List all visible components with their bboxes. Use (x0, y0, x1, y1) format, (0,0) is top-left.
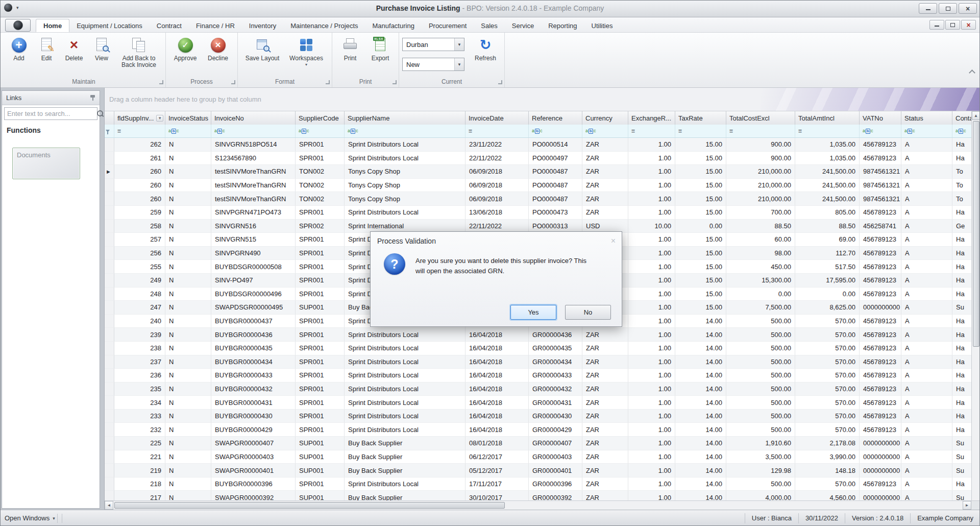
pin-icon[interactable] (90, 94, 95, 101)
grid-row-261[interactable]: 261NS1234567890SPR001Sprint Distributors… (105, 152, 972, 165)
maintain-dialog-launcher-icon[interactable] (159, 80, 163, 84)
column-header-suppliercode[interactable]: SupplierCode (296, 111, 345, 125)
scroll-left-arrow-icon[interactable]: ◄ (105, 501, 113, 510)
column-header-status[interactable]: Status (901, 111, 952, 125)
column-header-taxrate[interactable]: TaxRate (675, 111, 726, 125)
column-header-fldsuppinv[interactable]: fldSuppInv...▼ (114, 111, 165, 125)
tab-procurement[interactable]: Procurement (422, 19, 474, 32)
column-header-reference[interactable]: Reference (529, 111, 582, 125)
tab-equipment-locations[interactable]: Equipment / Locations (69, 19, 150, 32)
dialog-close-icon[interactable]: × (611, 236, 616, 246)
column-header-exchangerate[interactable]: ExchangeR... (628, 111, 675, 125)
open-windows-button[interactable]: Open Windows ▾ (0, 514, 55, 522)
filter-cell-totalamtincl[interactable]: = (795, 125, 860, 137)
tab-inventory[interactable]: Inventory (242, 19, 283, 32)
filter-cell-currency[interactable]: abc (582, 125, 628, 137)
vertical-scrollbar-thumb[interactable] (973, 121, 979, 347)
filter-cell-suppliercode[interactable]: abc (296, 125, 345, 137)
filter-cell-suppliername[interactable]: abc (345, 125, 465, 137)
tab-maintenance-projects[interactable]: Maintenance / Projects (283, 19, 365, 32)
horizontal-scrollbar[interactable]: ◄ ► (105, 500, 971, 510)
current-dialog-launcher-icon[interactable] (498, 80, 502, 84)
column-header-invoicedate[interactable]: InvoiceDate (465, 111, 529, 125)
print-dialog-launcher-icon[interactable] (393, 80, 397, 84)
mdi-restore-button[interactable] (945, 20, 960, 30)
filter-cell-contact[interactable]: abc (952, 125, 972, 137)
column-header-contact[interactable]: Conta... (952, 111, 972, 125)
delete-button[interactable]: × Delete (60, 35, 88, 62)
filter-cell-totalcostexcl[interactable]: = (726, 125, 795, 137)
filter-cell-status[interactable]: abc (901, 125, 952, 137)
tab-service[interactable]: Service (505, 19, 541, 32)
grid-row-234[interactable]: 234NBUYBGR00000431SPR001Sprint Distribut… (105, 396, 972, 410)
filter-cell-invoicestatus[interactable]: abc (165, 125, 211, 137)
add-button[interactable]: + Add (5, 35, 33, 62)
grid-row-262[interactable]: 262NSINVGRN518PO514SPR001Sprint Distribu… (105, 138, 972, 152)
tab-sales[interactable]: Sales (474, 19, 505, 32)
vertical-scrollbar[interactable]: ▲ (971, 111, 980, 500)
tab-contract[interactable]: Contract (150, 19, 189, 32)
filter-cell-exchangerate[interactable]: = (628, 125, 675, 137)
edit-button[interactable]: ✎ Edit (33, 35, 60, 62)
grid-row-217[interactable]: 217NSWAPGR00000392SUP001Buy Back Supplie… (105, 491, 972, 500)
grid-row-219[interactable]: 219NSWAPGR00000401SUP001Buy Back Supplie… (105, 464, 972, 477)
status-combobox[interactable]: New ▼ (402, 58, 464, 71)
scroll-up-arrow-icon[interactable]: ▲ (972, 111, 980, 120)
mdi-close-button[interactable]: × (961, 20, 976, 30)
save-layout-button[interactable]: Save Layout (241, 35, 284, 62)
yes-button[interactable]: Yes (510, 305, 556, 320)
site-combobox[interactable]: Durban ▼ (402, 38, 464, 51)
view-button[interactable]: View (88, 35, 115, 62)
filter-cell-fldsuppinv[interactable]: = (114, 125, 165, 137)
group-by-bar[interactable]: Drag a column header here to group by th… (105, 88, 980, 111)
column-header-vatno[interactable]: VATNo (860, 111, 901, 125)
grid-row-239[interactable]: 239NBUYBGR00000436SPR001Sprint Distribut… (105, 328, 972, 342)
status-combobox-dropdown-icon[interactable]: ▼ (454, 58, 464, 70)
grid-row-233[interactable]: 233NBUYBGR00000430SPR001Sprint Distribut… (105, 410, 972, 423)
grid-row-259[interactable]: 259NSINVPGRN471PO473SPR001Sprint Distrib… (105, 206, 972, 220)
print-button[interactable]: Print (335, 35, 365, 62)
grid-row-232[interactable]: 232NBUYBGR00000429SPR001Sprint Distribut… (105, 423, 972, 437)
column-header-totalamtincl[interactable]: TotalAmtIncl (795, 111, 860, 125)
maximize-button[interactable] (939, 3, 957, 14)
mdi-minimize-button[interactable] (929, 20, 944, 30)
close-button[interactable]: × (959, 3, 977, 14)
filter-cell-vatno[interactable]: abc (860, 125, 901, 137)
add-back-to-back-invoice-button[interactable]: Add Back to Back Invoice (115, 35, 162, 68)
scroll-right-arrow-icon[interactable]: ► (963, 501, 971, 510)
column-header-totalcostexcl[interactable]: TotalCostExcl (726, 111, 795, 125)
filter-cell-reference[interactable]: abc (529, 125, 582, 137)
tab-manufacturing[interactable]: Manufacturing (365, 19, 422, 32)
collapse-ribbon-icon[interactable] (970, 69, 975, 74)
grid-row-260[interactable]: 260NtestSINVMoreThanGRNTON002Tonys Copy … (105, 192, 972, 206)
decline-button[interactable]: × Decline (202, 35, 234, 62)
application-button[interactable] (5, 19, 31, 32)
horizontal-scrollbar-thumb[interactable] (114, 502, 505, 509)
tab-reporting[interactable]: Reporting (541, 19, 584, 32)
column-header-invoiceno[interactable]: InvoiceNo (211, 111, 296, 125)
export-button[interactable]: XLSX Export (365, 35, 396, 62)
tab-home[interactable]: Home (36, 19, 69, 32)
search-input[interactable] (7, 110, 97, 117)
column-header-currency[interactable]: Currency (582, 111, 628, 125)
grid-row-260[interactable]: ►260NtestSINVMoreThanGRNTON002Tonys Copy… (105, 165, 972, 179)
refresh-button[interactable]: ↻ Refresh (470, 35, 501, 62)
horizontal-scrollbar-track[interactable] (113, 501, 963, 510)
grid-row-236[interactable]: 236NBUYBGR00000433SPR001Sprint Distribut… (105, 369, 972, 382)
grid-row-237[interactable]: 237NBUYBGR00000434SPR001Sprint Distribut… (105, 355, 972, 369)
filter-cell-invoicedate[interactable]: = (465, 125, 529, 137)
filter-cell-invoiceno[interactable]: abc (211, 125, 296, 137)
site-combobox-dropdown-icon[interactable]: ▼ (454, 38, 464, 51)
no-button[interactable]: No (565, 305, 611, 320)
grid-row-221[interactable]: 221NSWAPGR00000403SUP001Buy Back Supplie… (105, 450, 972, 464)
workspaces-button[interactable]: Workspaces ▾ (284, 35, 329, 66)
format-dialog-launcher-icon[interactable] (326, 80, 330, 84)
grid-row-260[interactable]: 260NtestSINVMoreThanGRNTON002Tonys Copy … (105, 179, 972, 193)
minimize-button[interactable] (919, 3, 937, 14)
search-icon[interactable] (97, 110, 104, 117)
column-filter-dropdown-icon[interactable]: ▼ (156, 115, 163, 122)
grid-row-235[interactable]: 235NBUYBGR00000432SPR001Sprint Distribut… (105, 382, 972, 396)
process-dialog-launcher-icon[interactable] (231, 80, 235, 84)
tab-finance-hr[interactable]: Finance / HR (189, 19, 242, 32)
workspaces-dropdown-icon[interactable]: ▾ (305, 63, 307, 66)
